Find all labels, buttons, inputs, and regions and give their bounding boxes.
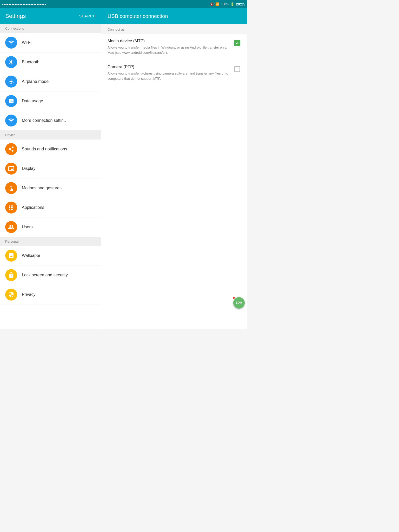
wifi-icon: [5, 37, 17, 49]
more-connection-label: More connection settin..: [22, 118, 66, 123]
status-bar: ●●●●●●●●●●●●●●●●●●●●●●●●●●●● 🔇 📶 100% 🔋 …: [0, 0, 247, 8]
mute-icon: 🔇: [210, 2, 214, 6]
section-personal: Personal: [0, 237, 101, 246]
status-icons-left: ●●●●●●●●●●●●●●●●●●●●●●●●●●●●: [2, 3, 46, 6]
sidebar-item-motions[interactable]: Motions and gestures: [0, 178, 101, 198]
settings-header: Settings SEARCH: [0, 8, 101, 24]
left-panel: Settings SEARCH Connections Wi-Fi Blueto…: [0, 8, 101, 329]
display-icon: [5, 163, 17, 175]
status-icons-right: 🔇 📶 100% 🔋 20:25: [210, 2, 245, 6]
wifi-label: Wi-Fi: [22, 40, 31, 45]
privacy-icon: [5, 289, 17, 301]
sidebar-item-more-connection[interactable]: More connection settin..: [0, 111, 101, 130]
sidebar-item-wallpaper[interactable]: Wallpaper: [0, 246, 101, 265]
sidebar-item-privacy[interactable]: Privacy: [0, 285, 101, 304]
bluetooth-label: Bluetooth: [22, 60, 39, 64]
lock-screen-icon: [5, 269, 17, 281]
option-ptp-desc: Allows you to transfer pictures using ca…: [108, 71, 230, 81]
sounds-label: Sounds and notifications: [22, 147, 67, 151]
data-usage-label: Data usage: [22, 99, 43, 103]
mtp-checked-box: ✓: [234, 40, 240, 46]
battery-icon: 🔋: [230, 2, 234, 6]
right-header: USB computer connection: [101, 8, 247, 24]
lock-screen-label: Lock screen and security: [22, 273, 68, 277]
airplane-icon: [5, 76, 17, 88]
search-button[interactable]: SEARCH: [79, 14, 96, 18]
time-display: 20:25: [236, 2, 245, 6]
battery-percent: 100%: [221, 2, 229, 6]
option-ptp-text: Camera (PTP) Allows you to transfer pict…: [108, 65, 230, 81]
option-ptp[interactable]: Camera (PTP) Allows you to transfer pict…: [101, 60, 247, 86]
sidebar-item-users[interactable]: Users: [0, 217, 101, 237]
data-usage-icon: [5, 95, 17, 107]
right-panel-title: USB computer connection: [108, 13, 168, 19]
users-icon: [5, 221, 17, 233]
sidebar-item-wifi[interactable]: Wi-Fi: [0, 33, 101, 52]
sidebar-item-display[interactable]: Display: [0, 159, 101, 178]
motions-label: Motions and gestures: [22, 186, 62, 190]
option-mtp-text: Media device (MTP) Allows you to transfe…: [108, 39, 230, 55]
section-connections: Connections: [0, 24, 101, 33]
sounds-icon: [5, 143, 17, 155]
sidebar-item-airplane[interactable]: Airplane mode: [0, 72, 101, 91]
display-label: Display: [22, 166, 35, 171]
ptp-checkbox[interactable]: [233, 65, 241, 73]
sidebar-item-applications[interactable]: Applications: [0, 198, 101, 217]
sidebar-item-bluetooth[interactable]: Bluetooth: [0, 52, 101, 72]
floating-percentage-button[interactable]: 62%: [233, 297, 245, 309]
sidebar-item-data-usage[interactable]: Data usage: [0, 91, 101, 111]
ptp-unchecked-box: [234, 66, 240, 72]
option-mtp-desc: Allows you to transfer media files in Wi…: [108, 45, 230, 55]
section-device: Device: [0, 130, 101, 139]
airplane-label: Airplane mode: [22, 79, 49, 84]
option-ptp-title: Camera (PTP): [108, 65, 230, 69]
users-label: Users: [22, 225, 33, 229]
settings-title: Settings: [5, 13, 26, 19]
wallpaper-label: Wallpaper: [22, 253, 40, 258]
checkmark-icon: ✓: [236, 41, 239, 46]
sidebar-item-sounds[interactable]: Sounds and notifications: [0, 139, 101, 159]
option-mtp[interactable]: Media device (MTP) Allows you to transfe…: [101, 34, 247, 60]
mtp-checkbox[interactable]: ✓: [233, 39, 241, 47]
connect-as-label: Connect as: [101, 24, 247, 34]
applications-label: Applications: [22, 205, 44, 210]
right-panel: USB computer connection Connect as Media…: [101, 8, 247, 329]
sidebar-item-lock-screen[interactable]: Lock screen and security: [0, 265, 101, 285]
wallpaper-icon: [5, 250, 17, 262]
privacy-label: Privacy: [22, 292, 35, 297]
more-connection-icon: [5, 115, 17, 127]
right-content: Connect as Media device (MTP) Allows you…: [101, 24, 247, 329]
motions-icon: [5, 182, 17, 194]
bluetooth-icon: [5, 56, 17, 68]
wifi-signal-icon: 📶: [215, 2, 219, 6]
main-layout: Settings SEARCH Connections Wi-Fi Blueto…: [0, 8, 247, 329]
option-mtp-title: Media device (MTP): [108, 39, 230, 43]
applications-icon: [5, 202, 17, 214]
